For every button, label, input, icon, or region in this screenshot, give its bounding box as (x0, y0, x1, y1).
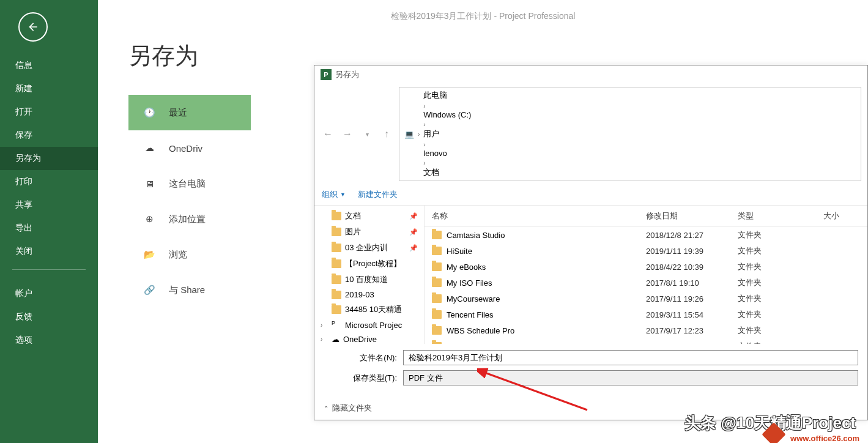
nav-item-5[interactable]: 打印 (0, 170, 98, 193)
tree-item[interactable]: 图片📌 (314, 224, 424, 240)
file-row[interactable]: Tencent Files2019/3/11 15:54文件夹 (425, 307, 867, 322)
location-share[interactable]: 🔗与 Share (128, 272, 251, 308)
chevron-icon: › (321, 322, 328, 329)
nav-forward-button[interactable]: → (340, 127, 355, 141)
location-label: 最近 (169, 107, 187, 119)
tree-item[interactable]: 34485 10天精通 (314, 302, 424, 318)
account-item-0[interactable]: 帐户 (0, 282, 98, 305)
file-date: 2017/9/11 19:26 (646, 294, 738, 303)
nav-item-1[interactable]: 新建 (0, 77, 98, 100)
chevron-right-icon: › (423, 121, 425, 128)
file-date: 2018/4/22 10:39 (646, 262, 738, 272)
nav-item-0[interactable]: 信息 (0, 54, 98, 77)
location-browse[interactable]: 📂浏览 (128, 237, 251, 272)
folder-icon (432, 310, 442, 319)
nav-history-button[interactable]: ▾ (360, 127, 374, 141)
breadcrumb-item[interactable]: 用户 (423, 128, 471, 140)
file-type: 文件夹 (738, 245, 823, 256)
add-icon: ⊕ (141, 210, 158, 228)
hide-folders-button[interactable]: 隐藏文件夹 (332, 403, 372, 414)
location-pc[interactable]: 🖥这台电脑 (128, 166, 251, 201)
pin-icon: 📌 (409, 212, 418, 220)
collapse-icon[interactable]: ⌃ (324, 405, 328, 412)
file-row[interactable]: WBS Schedule Pro2017/9/17 12:23文件夹 (425, 322, 867, 338)
tree-item[interactable]: 文档📌 (314, 208, 424, 224)
tree-label: 2019-03 (345, 290, 374, 299)
nav-divider (12, 269, 86, 270)
file-name-label: Tencent Files (447, 310, 494, 319)
tree-item[interactable]: 【Project教程】 (314, 256, 424, 272)
tree-item[interactable]: 03 企业内训📌 (314, 240, 424, 256)
nav-item-8[interactable]: 关闭 (0, 240, 98, 263)
tree-item[interactable]: ›PMicrosoft Projec (314, 318, 424, 332)
file-row[interactable]: Camtasia Studio2018/12/8 21:27文件夹 (425, 227, 867, 243)
filename-input[interactable] (403, 350, 858, 365)
nav-up-button[interactable]: ↑ (379, 127, 394, 141)
nav-item-2[interactable]: 打开 (0, 100, 98, 124)
location-onedrive[interactable]: ☁OneDriv (128, 130, 251, 166)
pc-icon: 🖥 (141, 175, 158, 192)
file-browser: 文档📌图片📌03 企业内训📌【Project教程】10 百度知道2019-033… (314, 206, 867, 344)
browse-icon: 📂 (141, 246, 158, 263)
breadcrumb-item[interactable]: 文档 (423, 167, 471, 178)
file-row[interactable]: My ISO Files2017/8/1 19:10文件夹 (425, 275, 867, 291)
nav-item-4[interactable]: 另存为 (0, 147, 98, 170)
chevron-right-icon: › (423, 103, 425, 110)
organize-button[interactable]: 组织 ▼ (322, 189, 346, 200)
dialog-title: 另存为 (335, 69, 359, 80)
file-name-label: My ISO Files (447, 278, 492, 288)
title-bar: 检验科2019年3月工作计划 - Project Professional (98, 0, 868, 22)
breadcrumb-item[interactable]: 此电脑 (423, 90, 471, 101)
nav-item-7[interactable]: 导出 (0, 217, 98, 240)
folder-icon (432, 231, 442, 239)
tree-label: 图片 (345, 226, 361, 237)
folder-icon (432, 278, 442, 287)
file-date: 2019/3/11 15:54 (646, 310, 738, 319)
location-add[interactable]: ⊕添加位置 (128, 201, 251, 237)
back-button[interactable] (18, 12, 48, 42)
file-row[interactable]: My eBooks2018/4/22 10:39文件夹 (425, 259, 867, 275)
dialog-header: P 另存为 (314, 65, 867, 84)
chevron-icon: › (321, 336, 328, 343)
column-type[interactable]: 类型 (738, 210, 823, 222)
tree-item[interactable]: 10 百度知道 (314, 272, 424, 288)
account-item-2[interactable]: 选项 (0, 329, 98, 352)
dialog-toolbar: 组织 ▼ 新建文件夹 (314, 184, 867, 206)
file-type: 文件夹 (738, 277, 823, 288)
new-folder-button[interactable]: 新建文件夹 (358, 189, 398, 200)
column-date[interactable]: 修改日期 (646, 210, 738, 222)
file-type: 文件夹 (738, 325, 823, 336)
file-row[interactable]: WeChat Files2019/3/19 8:35文件夹 (425, 338, 867, 344)
breadcrumb-item[interactable]: Windows (C:) (423, 110, 471, 119)
filetype-label: 保存类型(T): (324, 373, 403, 384)
file-name-label: My eBooks (447, 262, 486, 272)
save-form: 文件名(N): 保存类型(T): (314, 344, 867, 396)
nav-item-3[interactable]: 保存 (0, 124, 98, 147)
account-item-1[interactable]: 反馈 (0, 305, 98, 329)
filetype-select[interactable] (403, 370, 858, 385)
tree-item[interactable]: ›☁OneDrive (314, 332, 424, 344)
pc-icon: 💻 (404, 130, 414, 139)
file-row[interactable]: HiSuite2019/1/11 19:39文件夹 (425, 243, 867, 259)
location-label: 与 Share (169, 285, 205, 296)
nav-item-6[interactable]: 共享 (0, 193, 98, 217)
column-name[interactable]: 名称 (432, 210, 646, 222)
tree-item[interactable]: 2019-03 (314, 288, 424, 302)
nav-back-button[interactable]: ← (321, 127, 335, 141)
file-type: 文件夹 (738, 293, 823, 304)
file-list: ▴ 名称 修改日期 类型 大小 Camtasia Studio2018/12/8… (425, 206, 867, 344)
location-label: OneDriv (169, 143, 202, 154)
project-icon: P (321, 69, 332, 80)
folder-icon (432, 247, 442, 255)
file-row[interactable]: MyCourseware2017/9/11 19:26文件夹 (425, 291, 867, 307)
column-size[interactable]: 大小 (823, 210, 860, 222)
file-date: 2018/12/8 21:27 (646, 231, 738, 240)
share-icon: 🔗 (141, 281, 158, 299)
tree-label: 10 百度知道 (345, 274, 388, 285)
location-label: 这台电脑 (169, 178, 206, 190)
address-bar[interactable]: 💻 › 此电脑 › Windows (C:) › 用户 › lenovo › 文… (399, 87, 861, 181)
pin-icon: 📌 (409, 244, 418, 252)
file-date: 2019/1/11 19:39 (646, 247, 738, 256)
breadcrumb-item[interactable]: lenovo (423, 149, 471, 158)
location-clock[interactable]: 🕐最近 (128, 95, 251, 130)
